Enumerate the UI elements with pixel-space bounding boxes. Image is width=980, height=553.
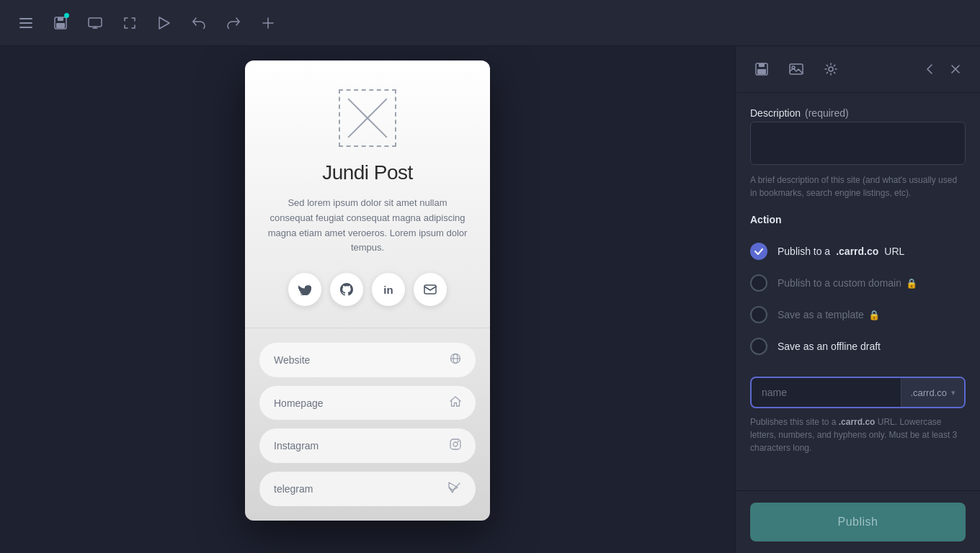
action-option-custom[interactable]: Publish to a custom domain 🔒 xyxy=(750,267,966,299)
panel-settings-icon-btn[interactable] xyxy=(819,58,842,81)
action-option-template[interactable]: Save as a template 🔒 xyxy=(750,299,966,331)
svg-rect-6 xyxy=(89,18,102,27)
right-panel: Description (required) A brief descripti… xyxy=(735,46,980,553)
link-item-instagram[interactable]: Instagram xyxy=(259,428,476,463)
telegram-icon xyxy=(448,482,461,496)
panel-close-btn[interactable] xyxy=(945,59,966,79)
url-input-group: .carrd.co ▾ xyxy=(750,377,966,408)
publish-button[interactable]: Publish xyxy=(750,503,966,541)
panel-image-icon-btn[interactable] xyxy=(785,58,808,81)
card-links: Website Homepage xyxy=(245,328,490,521)
shrink-button[interactable] xyxy=(115,9,144,37)
add-button[interactable] xyxy=(254,9,282,37)
svg-rect-4 xyxy=(58,17,63,21)
url-suffix-chevron-icon: ▾ xyxy=(951,388,956,397)
link-item-homepage[interactable]: Homepage xyxy=(259,386,476,420)
url-name-input[interactable] xyxy=(752,378,901,407)
svg-point-17 xyxy=(458,441,459,442)
canvas-area: Jundi Post Sed lorem ipsum dolor sit ame… xyxy=(0,46,735,553)
panel-top-icons xyxy=(750,58,842,81)
instagram-icon xyxy=(450,439,461,453)
link-label-homepage: Homepage xyxy=(274,397,324,409)
description-label: Description (required) xyxy=(750,107,966,119)
device-frame: Jundi Post Sed lorem ipsum dolor sit ame… xyxy=(245,60,490,521)
lock-icon-template: 🔒 xyxy=(868,310,880,320)
svg-rect-19 xyxy=(759,63,765,67)
save-button[interactable] xyxy=(46,9,75,37)
panel-save-icon-btn[interactable] xyxy=(750,58,773,81)
linkedin-social-btn[interactable]: in xyxy=(372,273,405,306)
action-option-offline[interactable]: Save as an offline draft xyxy=(750,331,966,362)
svg-point-16 xyxy=(453,442,458,446)
action-selected-indicator xyxy=(750,243,767,260)
home-icon xyxy=(450,396,461,410)
panel-nav-group xyxy=(919,59,966,79)
card-description: Sed lorem ipsum dolor sit amet nullam co… xyxy=(267,196,468,256)
action-template-radio xyxy=(750,306,767,323)
action-custom-label: Publish to a custom domain 🔒 xyxy=(778,277,917,289)
svg-rect-2 xyxy=(19,27,32,28)
svg-rect-15 xyxy=(450,439,460,449)
monitor-button[interactable] xyxy=(81,9,110,37)
play-button[interactable] xyxy=(150,9,179,37)
card-top: Jundi Post Sed lorem ipsum dolor sit ame… xyxy=(245,60,490,328)
social-icons: in xyxy=(288,273,447,306)
description-input[interactable] xyxy=(750,122,966,165)
panel-back-btn[interactable] xyxy=(919,59,940,79)
action-option-carrd[interactable]: Publish to a .carrd.co URL xyxy=(750,235,966,267)
svg-rect-1 xyxy=(19,22,32,24)
svg-rect-0 xyxy=(19,18,32,19)
svg-rect-5 xyxy=(56,23,65,28)
action-offline-radio xyxy=(750,338,767,355)
twitter-social-btn[interactable] xyxy=(288,273,321,306)
action-custom-radio xyxy=(750,274,767,292)
lock-icon-custom: 🔒 xyxy=(906,278,917,289)
panel-header xyxy=(736,46,980,93)
undo-button[interactable] xyxy=(184,9,213,37)
email-social-btn[interactable] xyxy=(414,273,447,306)
link-item-website[interactable]: Website xyxy=(259,343,476,377)
main-area: Jundi Post Sed lorem ipsum dolor sit ame… xyxy=(0,46,980,553)
action-offline-label: Save as an offline draft xyxy=(778,341,881,352)
menu-button[interactable] xyxy=(12,9,40,37)
redo-button[interactable] xyxy=(219,9,248,37)
toolbar xyxy=(0,0,980,46)
svg-rect-11 xyxy=(424,285,436,294)
link-label-instagram: Instagram xyxy=(274,440,318,451)
link-label-telegram: telegram xyxy=(274,483,313,495)
action-carrd-label: Publish to a .carrd.co URL xyxy=(778,246,904,257)
svg-rect-20 xyxy=(757,69,766,74)
link-item-telegram[interactable]: telegram xyxy=(259,472,476,506)
publish-btn-area: Publish xyxy=(736,490,980,553)
panel-content: Description (required) A brief descripti… xyxy=(736,93,980,490)
unsaved-indicator xyxy=(64,13,69,18)
card-image-placeholder xyxy=(339,89,396,147)
url-suffix: .carrd.co ▾ xyxy=(901,378,964,407)
link-label-website: Website xyxy=(274,354,310,366)
svg-point-23 xyxy=(829,67,833,71)
website-icon xyxy=(450,353,461,367)
card-title: Jundi Post xyxy=(322,161,413,184)
url-hint: Publishes this site to a .carrd.co URL. … xyxy=(750,415,966,454)
description-hint: A brief description of this site (and wh… xyxy=(750,174,966,199)
action-section-title: Action xyxy=(750,214,966,225)
github-social-btn[interactable] xyxy=(330,273,363,306)
action-template-label: Save as a template 🔒 xyxy=(778,309,880,320)
action-options: Publish to a .carrd.co URL Publish to a … xyxy=(750,235,966,362)
